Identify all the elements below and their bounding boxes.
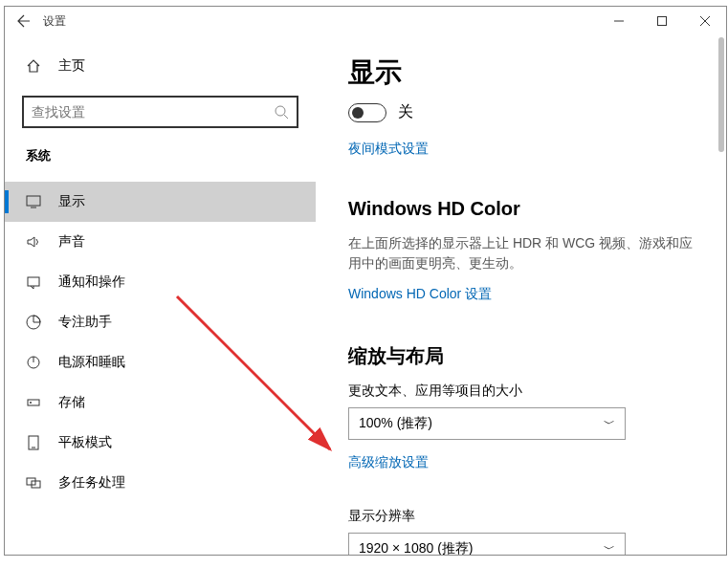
close-button[interactable] <box>683 7 726 35</box>
chevron-down-icon: ﹀ <box>604 416 615 432</box>
svg-rect-6 <box>27 196 40 206</box>
nav-item-notifications[interactable]: 通知和操作 <box>5 262 316 302</box>
search-input[interactable] <box>32 104 274 120</box>
minimize-icon <box>614 16 624 26</box>
resolution-field-label: 显示分辨率 <box>348 508 694 525</box>
nav-label: 专注助手 <box>58 314 112 331</box>
svg-point-4 <box>276 106 285 116</box>
nav-item-focus[interactable]: 专注助手 <box>5 302 316 342</box>
scrollbar-thumb[interactable] <box>718 37 724 152</box>
power-icon <box>26 355 41 370</box>
nav-label: 声音 <box>58 233 85 251</box>
home-button[interactable]: 主页 <box>5 50 316 82</box>
notification-icon <box>26 274 41 290</box>
svg-rect-8 <box>28 277 39 286</box>
back-arrow-icon <box>16 13 32 29</box>
scale-section-title: 缩放与布局 <box>348 343 694 369</box>
svg-line-5 <box>284 115 288 119</box>
content-area: 主页 系统 显示 声音 通知和操作 专注助手 <box>5 35 726 555</box>
resolution-select[interactable]: 1920 × 1080 (推荐) ﹀ <box>348 533 626 555</box>
scale-value: 100% (推荐) <box>359 415 432 432</box>
storage-icon <box>26 395 41 410</box>
settings-window: 设置 主页 系统 显示 声音 <box>4 6 727 556</box>
page-title: 显示 <box>348 55 694 91</box>
nav-label: 平板模式 <box>58 434 112 451</box>
scale-field-label: 更改文本、应用等项目的大小 <box>348 382 694 400</box>
maximize-icon <box>657 16 667 26</box>
window-controls <box>597 7 726 35</box>
nav-label: 通知和操作 <box>58 273 125 291</box>
nav-item-storage[interactable]: 存储 <box>5 382 316 423</box>
toggle-state-label: 关 <box>398 102 413 122</box>
nav-item-sound[interactable]: 声音 <box>5 222 316 262</box>
svg-point-13 <box>30 402 32 404</box>
focus-icon <box>26 315 41 330</box>
close-icon <box>700 16 710 26</box>
back-button[interactable] <box>5 7 43 35</box>
titlebar: 设置 <box>5 7 726 35</box>
tablet-icon <box>26 435 41 450</box>
nav-label: 多任务处理 <box>58 474 125 492</box>
hd-color-description: 在上面所选择的显示器上让 HDR 和 WCG 视频、游戏和应用中的画面更明亮、更… <box>348 233 694 273</box>
sound-icon <box>26 234 41 250</box>
category-header: 系统 <box>5 147 316 164</box>
multitask-icon <box>26 475 41 491</box>
toggle-row: 关 <box>348 102 694 122</box>
scale-select[interactable]: 100% (推荐) ﹀ <box>348 407 626 440</box>
night-mode-settings-link[interactable]: 夜间模式设置 <box>348 141 429 158</box>
hd-color-settings-link[interactable]: Windows HD Color 设置 <box>348 286 492 303</box>
window-title: 设置 <box>43 13 66 30</box>
main-panel: 显示 关 夜间模式设置 Windows HD Color 在上面所选择的显示器上… <box>316 35 726 555</box>
chevron-down-icon: ﹀ <box>604 541 615 556</box>
resolution-value: 1920 × 1080 (推荐) <box>359 540 473 555</box>
nav-label: 电源和睡眠 <box>58 354 125 371</box>
svg-rect-12 <box>28 400 39 405</box>
nav-item-multitask[interactable]: 多任务处理 <box>5 463 316 503</box>
night-mode-toggle[interactable] <box>348 103 386 122</box>
nav-item-tablet[interactable]: 平板模式 <box>5 423 316 463</box>
svg-rect-1 <box>657 17 666 26</box>
nav-item-power[interactable]: 电源和睡眠 <box>5 342 316 382</box>
home-label: 主页 <box>58 57 85 75</box>
minimize-button[interactable] <box>597 7 640 35</box>
nav-label: 存储 <box>58 394 85 411</box>
hd-color-title: Windows HD Color <box>348 198 694 220</box>
advanced-scaling-link[interactable]: 高级缩放设置 <box>348 454 429 471</box>
titlebar-left-group: 设置 <box>5 7 66 35</box>
search-box[interactable] <box>22 96 298 128</box>
search-icon <box>274 104 289 120</box>
home-icon <box>26 58 41 74</box>
sidebar: 主页 系统 显示 声音 通知和操作 专注助手 <box>5 35 316 555</box>
maximize-button[interactable] <box>640 7 683 35</box>
nav-label: 显示 <box>58 193 85 210</box>
monitor-icon <box>26 194 41 209</box>
nav-item-display[interactable]: 显示 <box>5 182 316 222</box>
